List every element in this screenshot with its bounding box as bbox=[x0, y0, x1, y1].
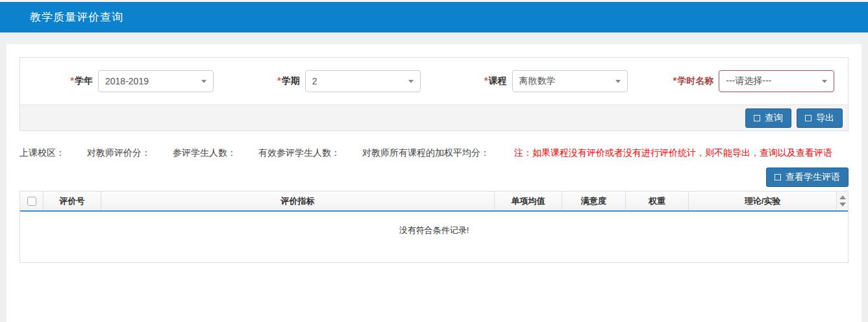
chevron-down-icon bbox=[822, 80, 827, 83]
export-icon bbox=[805, 115, 812, 121]
chevron-down-icon bbox=[615, 80, 621, 83]
grid-scrollbar[interactable] bbox=[837, 192, 848, 210]
course-select[interactable]: 离散数学 bbox=[512, 70, 628, 92]
course-value: 离散数学 bbox=[519, 75, 556, 87]
app-header: 教学质量评价查询 bbox=[0, 2, 868, 32]
view-student-comments-label: 查看学生评语 bbox=[786, 171, 840, 183]
school-year-select[interactable]: 2018-2019 bbox=[98, 70, 214, 92]
required-asterisk: * bbox=[484, 75, 488, 86]
evaluation-grid: 评价号 评价指标 单项均值 满意度 权重 理论/实验 没有符合条件记录! bbox=[19, 191, 849, 263]
column-header-weight[interactable]: 权重 bbox=[626, 192, 689, 210]
stat-campus-label: 上课校区： bbox=[19, 147, 65, 159]
class-hour-name-label: *学时名称 bbox=[641, 75, 713, 87]
required-asterisk: * bbox=[277, 75, 280, 86]
query-icon bbox=[754, 115, 760, 121]
select-all-checkbox[interactable] bbox=[27, 197, 36, 206]
grid-empty-message: 没有符合条件记录! bbox=[399, 225, 469, 262]
filter-field-semester: *学期 2 bbox=[227, 70, 434, 92]
filter-field-school-year: *学年 2018-2019 bbox=[20, 70, 227, 92]
semester-value: 2 bbox=[312, 76, 317, 86]
grid-body: 没有符合条件记录! bbox=[20, 212, 848, 262]
class-hour-name-value: ---请选择--- bbox=[726, 75, 771, 87]
stats-bar: 上课校区： 对教师评价分： 参评学生人数： 有效参评学生人数： 对教师所有课程的… bbox=[19, 147, 849, 159]
chevron-down-icon bbox=[408, 80, 414, 83]
comments-row: 查看学生评语 bbox=[19, 167, 849, 187]
semester-select[interactable]: 2 bbox=[305, 70, 421, 92]
column-header-theory-experiment[interactable]: 理论/实验 bbox=[689, 192, 837, 210]
stat-participant-count-label: 参评学生人数： bbox=[173, 147, 236, 159]
column-header-evaluation-indicator[interactable]: 评价指标 bbox=[101, 192, 495, 210]
course-label: *课程 bbox=[434, 75, 507, 87]
semester-label: *学期 bbox=[227, 75, 300, 87]
query-button[interactable]: 查询 bbox=[745, 108, 791, 128]
school-year-label: *学年 bbox=[20, 75, 93, 87]
column-header-evaluation-id[interactable]: 评价号 bbox=[43, 192, 101, 210]
stat-valid-participant-count-label: 有效参评学生人数： bbox=[258, 147, 340, 159]
grid-header-checkbox-cell bbox=[20, 192, 43, 210]
filter-toolbar: 查询 导出 bbox=[20, 105, 848, 130]
class-hour-name-select[interactable]: ---请选择--- bbox=[719, 70, 834, 92]
stat-teacher-score-label: 对教师评价分： bbox=[87, 147, 151, 159]
query-button-label: 查询 bbox=[765, 112, 783, 124]
required-asterisk: * bbox=[673, 75, 676, 86]
column-header-item-average[interactable]: 单项均值 bbox=[495, 192, 562, 210]
scroll-down-icon[interactable] bbox=[839, 203, 846, 206]
warning-note: 注：如果课程没有评价或者没有进行评价统计，则不能导出，查询以及查看评语 bbox=[514, 147, 832, 159]
required-asterisk: * bbox=[71, 75, 74, 86]
filter-row: *学年 2018-2019 *学期 2 *课程 离散数学 bbox=[20, 58, 848, 105]
export-button-label: 导出 bbox=[816, 112, 834, 124]
filter-panel: *学年 2018-2019 *学期 2 *课程 离散数学 bbox=[19, 57, 849, 131]
chevron-down-icon bbox=[201, 80, 206, 83]
export-button[interactable]: 导出 bbox=[797, 108, 843, 128]
filter-field-class-hour-name: *学时名称 ---请选择--- bbox=[641, 70, 848, 92]
content-panel: *学年 2018-2019 *学期 2 *课程 离散数学 bbox=[6, 44, 862, 322]
filter-field-course: *课程 离散数学 bbox=[434, 70, 641, 92]
view-student-comments-button[interactable]: 查看学生评语 bbox=[766, 167, 849, 187]
stat-weighted-average-label: 对教师所有课程的加权平均分： bbox=[362, 147, 490, 159]
comments-icon bbox=[775, 174, 781, 180]
column-header-satisfaction[interactable]: 满意度 bbox=[562, 192, 626, 210]
scroll-up-icon[interactable] bbox=[839, 195, 846, 199]
page-title: 教学质量评价查询 bbox=[30, 10, 123, 25]
school-year-value: 2018-2019 bbox=[105, 76, 149, 86]
grid-header-row: 评价号 评价指标 单项均值 满意度 权重 理论/实验 bbox=[20, 192, 848, 212]
